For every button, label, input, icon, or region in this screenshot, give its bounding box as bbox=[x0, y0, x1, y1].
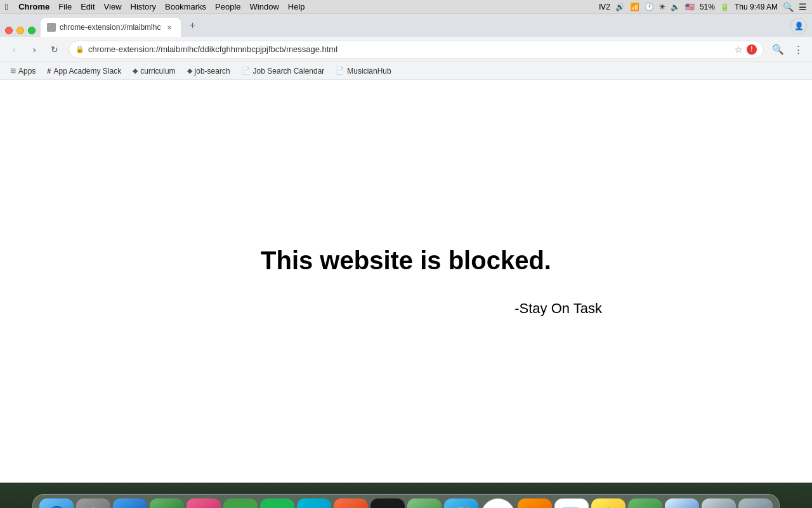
address-bar[interactable]: 🔒 chrome-extension://mlaibmlhcfddikcfghh… bbox=[69, 41, 764, 58]
dock-keyboard[interactable]: ⌨ bbox=[702, 498, 736, 508]
wifi-icon: 📶 bbox=[630, 3, 639, 11]
navigation-toolbar: ‹ › ↻ 🔒 chrome-extension://mlaibmlhcfddi… bbox=[0, 37, 812, 62]
dock: 🔵 ⚙️ A 📹 🎵 Live ♪ S bbox=[32, 494, 780, 508]
page-content: This website is blocked. -Stay On Task bbox=[0, 80, 812, 483]
help-menu[interactable]: Help bbox=[288, 2, 305, 11]
url-text[interactable]: chrome-extension://mlaibmlhcfddikcfghhmn… bbox=[88, 44, 731, 54]
dock-sequel-pro[interactable]: 🐬 bbox=[334, 498, 368, 508]
github-job-favicon: ◆ bbox=[187, 67, 192, 75]
curriculum-label: curriculum bbox=[140, 67, 175, 76]
notification-icon[interactable]: ☰ bbox=[799, 2, 807, 12]
dock-itunes[interactable]: 🎵 bbox=[187, 498, 221, 508]
bookmark-star-icon[interactable]: ☆ bbox=[735, 44, 743, 55]
forward-button[interactable]: › bbox=[25, 41, 43, 58]
dock-trash[interactable]: 🗑 bbox=[738, 498, 773, 508]
musicianhub-favicon: 📄 bbox=[336, 67, 344, 75]
dock-live[interactable]: Live bbox=[223, 498, 258, 508]
active-tab[interactable]: chrome-extension://mlaibmlhc ✕ bbox=[41, 18, 181, 37]
blocked-message: This website is blocked. -Stay On Task bbox=[261, 246, 551, 317]
apps-icon: ⊞ bbox=[10, 67, 16, 75]
bookmark-apps[interactable]: ⊞ Apps bbox=[5, 64, 41, 78]
dock-app-store[interactable]: A bbox=[113, 498, 147, 508]
dock-spotify[interactable]: ♪ bbox=[260, 498, 294, 508]
dock-stickies[interactable]: 📋 bbox=[591, 498, 625, 508]
edit-menu[interactable]: Edit bbox=[81, 2, 95, 11]
dock-textedit[interactable]: 📝 bbox=[554, 498, 589, 508]
audio-icon: 🔊 bbox=[615, 3, 625, 11]
dock-container: 🔵 ⚙️ A 📹 🎵 Live ♪ S bbox=[0, 483, 812, 508]
close-button[interactable] bbox=[5, 27, 13, 34]
chrome-title-bar: chrome-extension://mlaibmlhc ✕ + 👤 bbox=[0, 14, 812, 37]
history-menu[interactable]: History bbox=[131, 2, 156, 11]
chrome-window: chrome-extension://mlaibmlhc ✕ + 👤 ‹ › ↻… bbox=[0, 14, 812, 483]
reload-button[interactable]: ↻ bbox=[46, 41, 63, 58]
musicianhub-label: MusicianHub bbox=[347, 67, 391, 76]
calendar-label: Job Search Calendar bbox=[253, 67, 325, 76]
blocked-subtitle: -Stay On Task bbox=[514, 300, 602, 317]
dock-system-preferences[interactable]: ⚙️ bbox=[76, 498, 110, 508]
clock: Thu 9:49 AM bbox=[735, 3, 778, 11]
apps-label: Apps bbox=[18, 67, 36, 76]
slack-favicon: # bbox=[47, 67, 51, 75]
search-icon[interactable]: 🔍 bbox=[783, 2, 794, 12]
toolbar-end: 🔍 ⋮ bbox=[769, 41, 807, 58]
minimize-button[interactable] bbox=[16, 27, 24, 34]
maximize-button[interactable] bbox=[28, 27, 36, 34]
tab-favicon bbox=[47, 23, 56, 32]
apple-menu[interactable]:  bbox=[5, 2, 8, 12]
bookmark-job-search[interactable]: ◆ job-search bbox=[182, 64, 235, 78]
dock-chrome[interactable] bbox=[481, 498, 515, 508]
view-menu[interactable]: View bbox=[104, 2, 122, 11]
extension-badge: ! bbox=[747, 44, 757, 55]
dock-facetime[interactable]: 📹 bbox=[150, 498, 184, 508]
file-menu[interactable]: File bbox=[58, 2, 72, 11]
dock-finder[interactable]: 🔵 bbox=[39, 498, 74, 508]
app-name-menu[interactable]: Chrome bbox=[18, 2, 49, 11]
search-icon-button[interactable]: 🔍 bbox=[769, 41, 787, 58]
dock-atom[interactable]: ⚛ bbox=[407, 498, 442, 508]
dock-firefox[interactable]: 🦊 bbox=[518, 498, 552, 508]
github-favicon: ◆ bbox=[133, 67, 138, 75]
bookmark-musicianhub[interactable]: 📄 MusicianHub bbox=[331, 64, 396, 78]
battery-percent: 51% bbox=[700, 3, 715, 11]
window-controls-area bbox=[0, 27, 38, 37]
battery-icon: 🔋 bbox=[720, 3, 730, 11]
dock-safari[interactable]: 🧭 bbox=[444, 498, 478, 508]
bookmarks-menu[interactable]: Bookmarks bbox=[165, 2, 206, 11]
security-icon: 🔒 bbox=[75, 45, 84, 53]
new-tab-button[interactable]: + bbox=[183, 17, 201, 34]
bookmarks-bar: ⊞ Apps # App Academy Slack ◆ curriculum … bbox=[0, 62, 812, 80]
profile-icon[interactable]: 👤 bbox=[790, 18, 807, 34]
dock-skype[interactable]: S bbox=[297, 498, 331, 508]
dock-sheets[interactable]: S bbox=[628, 498, 662, 508]
job-search-label: job-search bbox=[195, 67, 230, 76]
bookmark-slack[interactable]: # App Academy Slack bbox=[42, 64, 126, 78]
calendar-favicon: 📄 bbox=[242, 67, 251, 75]
window-menu[interactable]: Window bbox=[250, 2, 279, 11]
people-menu[interactable]: People bbox=[215, 2, 240, 11]
bluetooth-icon: ✳ bbox=[659, 3, 665, 11]
adobe-icon: Ⅳ2 bbox=[599, 3, 610, 11]
back-button[interactable]: ‹ bbox=[5, 41, 23, 58]
tab-title: chrome-extension://mlaibmlhc bbox=[60, 23, 160, 32]
bookmark-calendar[interactable]: 📄 Job Search Calendar bbox=[237, 64, 330, 78]
profile-avatar-icon: 👤 bbox=[794, 22, 804, 30]
extensions-icon-button[interactable]: ⋮ bbox=[789, 41, 807, 58]
time-machine-icon: 🕐 bbox=[645, 3, 654, 11]
blocked-title: This website is blocked. bbox=[261, 246, 551, 275]
slack-label: App Academy Slack bbox=[53, 67, 121, 76]
dock-terminal[interactable]: $ bbox=[370, 498, 405, 508]
tab-close-button[interactable]: ✕ bbox=[164, 22, 174, 32]
bookmark-curriculum[interactable]: ◆ curriculum bbox=[128, 64, 180, 78]
volume-icon: 🔈 bbox=[671, 3, 680, 11]
flag-icon: 🇺🇸 bbox=[685, 3, 695, 11]
menubar:  Chrome File Edit View History Bookmark… bbox=[0, 0, 812, 14]
dock-react[interactable]: ⚛ bbox=[665, 498, 699, 508]
